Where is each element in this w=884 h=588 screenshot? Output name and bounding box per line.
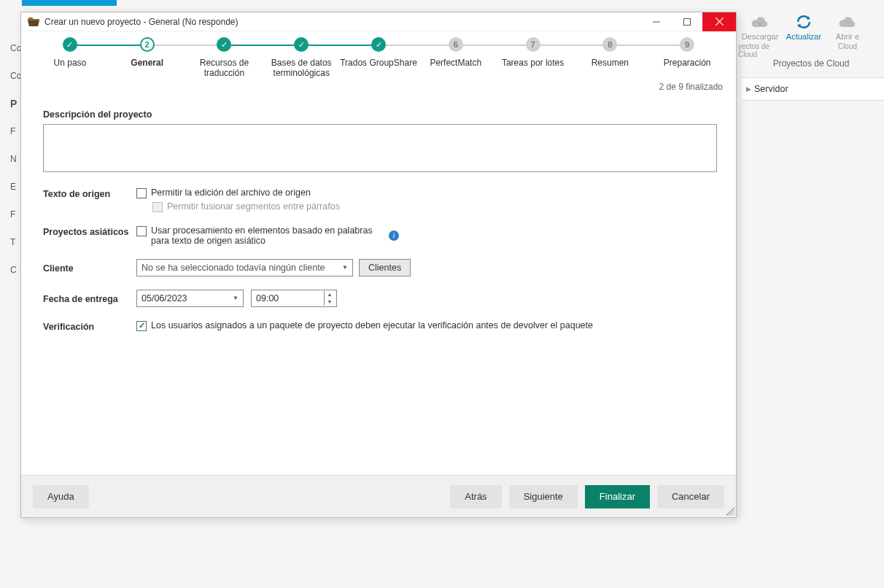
toolbar-open-label: Abrir e [836, 32, 859, 41]
verification-checkbox-row[interactable]: Los usuarios asignados a un paquete de p… [136, 320, 593, 331]
chevron-down-icon: ▼ [342, 264, 348, 271]
step-termbases[interactable]: ✓ Bases de datos terminológicas [263, 37, 340, 79]
back-button[interactable]: Atrás [450, 485, 501, 508]
cancel-button[interactable]: Cancelar [657, 485, 724, 508]
window-maximize-button[interactable] [672, 12, 702, 31]
dialog-title: Crear un nuevo proyecto - General (No re… [44, 17, 238, 27]
step-circle-4: ✓ [294, 37, 309, 52]
step-label-9: Preparación [664, 58, 711, 68]
form-body: Descripción del proyecto Texto de origen… [21, 92, 736, 475]
step-label-1: Un paso [54, 58, 87, 68]
next-button[interactable]: Siguiente [509, 485, 578, 508]
svg-rect-0 [684, 18, 691, 25]
due-date-picker[interactable]: 05/06/2023 ▼ [136, 290, 244, 307]
new-project-dialog: Crear un nuevo proyecto - General (No re… [20, 12, 737, 518]
step-label-4: Bases de datos terminológicas [263, 58, 340, 79]
cloud-download-icon [750, 13, 770, 31]
server-label: Servidor [754, 84, 788, 94]
allow-edit-source-label: Permitir la edición del archivo de orige… [151, 187, 311, 198]
step-circle-6: 6 [449, 37, 463, 52]
allow-edit-source-checkbox-row[interactable]: Permitir la edición del archivo de orige… [136, 187, 340, 198]
verification-label: Verificación [43, 320, 136, 332]
step-one-step[interactable]: ✓ Un paso [31, 37, 109, 68]
finish-button-label: Finalizar [600, 491, 635, 502]
allow-merge-segments-label: Permitir fusionar segmentos entre párraf… [167, 201, 340, 212]
client-select-value: No se ha seleccionado todavía ningún cli… [141, 263, 325, 273]
back-button-label: Atrás [465, 491, 486, 502]
step-perfectmatch[interactable]: 6 PerfectMatch [417, 37, 495, 68]
background-ribbon-tab [22, 0, 117, 6]
step-circle-9: 9 [680, 37, 694, 52]
toolbar-download-label: Descargar [742, 32, 779, 41]
wizard-stepper: ✓ Un paso 2 General ✓ Recursos de traduc… [21, 31, 736, 79]
client-label: Cliente [43, 262, 136, 274]
step-translation-resources[interactable]: ✓ Recursos de traducción [186, 37, 263, 79]
refresh-icon [794, 13, 814, 31]
checkbox-icon [152, 202, 163, 212]
info-icon[interactable]: i [389, 231, 399, 241]
cloud-projects-group-label: Proyectos de Cloud [738, 58, 884, 69]
project-description-label: Descripción del proyecto [43, 109, 714, 120]
toolbar-open-sub: Cloud [838, 42, 857, 50]
client-select[interactable]: No se ha seleccionado todavía ningún cli… [136, 259, 353, 276]
time-spinner[interactable]: ▲ ▼ [324, 291, 335, 306]
step-label-5: Trados GroupShare [340, 58, 417, 68]
verification-check-label: Los usuarios asignados a un paquete de p… [151, 320, 593, 330]
spinner-up-icon[interactable]: ▲ [325, 291, 335, 298]
cloud-open-icon [837, 13, 858, 31]
due-date-value: 05/06/2023 [141, 293, 187, 303]
asian-word-processing-checkbox-row[interactable]: Usar procesamiento en elementos basado e… [136, 225, 399, 246]
wizard-progress-text: 2 de 9 finalizado [21, 79, 736, 92]
due-date-label: Fecha de entrega [43, 293, 136, 304]
step-label-3: Recursos de traducción [186, 58, 263, 79]
step-circle-5: ✓ [371, 37, 386, 52]
due-time-value: 09:00 [256, 293, 279, 303]
finish-button[interactable]: Finalizar [585, 485, 650, 508]
step-label-8: Resumen [592, 58, 629, 68]
checkbox-icon [136, 188, 147, 198]
project-description-input[interactable] [43, 124, 717, 172]
checkbox-icon [136, 226, 147, 236]
due-time-picker[interactable]: 09:00 ▲ ▼ [251, 290, 337, 307]
asian-projects-label: Proyectos asiáticos [43, 225, 136, 237]
window-close-button[interactable] [702, 12, 736, 31]
toolbar-download-sub: yectos de Cloud [738, 42, 782, 58]
step-label-6: PerfectMatch [430, 58, 481, 68]
dialog-titlebar: Crear un nuevo proyecto - General (No re… [21, 12, 736, 31]
asian-word-processing-label: Usar procesamiento en elementos basado e… [151, 225, 381, 246]
step-summary[interactable]: 8 Resumen [571, 37, 648, 68]
step-general[interactable]: 2 General [109, 37, 186, 68]
spinner-down-icon[interactable]: ▼ [325, 298, 335, 306]
step-circle-2: 2 [140, 37, 155, 52]
project-folder-icon [27, 17, 40, 27]
step-label-2: General [131, 58, 163, 68]
cancel-button-label: Cancelar [672, 491, 710, 502]
allow-merge-segments-checkbox-row: Permitir fusionar segmentos entre párraf… [152, 201, 340, 212]
step-groupshare[interactable]: ✓ Trados GroupShare [340, 37, 417, 68]
next-button-label: Siguiente [524, 491, 563, 502]
step-circle-3: ✓ [217, 37, 231, 52]
window-minimize-button[interactable] [641, 12, 672, 31]
step-circle-1: ✓ [63, 37, 77, 52]
clients-button[interactable]: Clientes [359, 259, 411, 276]
checkbox-checked-icon [136, 321, 147, 331]
dialog-footer: Ayuda Atrás Siguiente Finalizar Cancelar [21, 475, 736, 517]
help-button-label: Ayuda [47, 491, 74, 502]
source-text-label: Texto de origen [43, 187, 136, 199]
help-button[interactable]: Ayuda [33, 485, 89, 508]
resize-grip-icon[interactable] [726, 507, 734, 516]
clients-button-label: Clientes [368, 263, 401, 273]
step-circle-7: 7 [526, 37, 540, 52]
step-label-7: Tareas por lotes [502, 58, 564, 68]
server-row[interactable]: ▶ Servidor [742, 77, 884, 101]
chevron-right-icon: ▶ [746, 85, 751, 93]
chevron-down-icon: ▼ [233, 295, 241, 301]
toolbar-refresh-label: Actualizar [786, 32, 821, 41]
step-circle-8: 8 [602, 37, 617, 52]
step-preparation[interactable]: 9 Preparación [648, 37, 726, 68]
step-batch-tasks[interactable]: 7 Tareas por lotes [495, 37, 572, 68]
